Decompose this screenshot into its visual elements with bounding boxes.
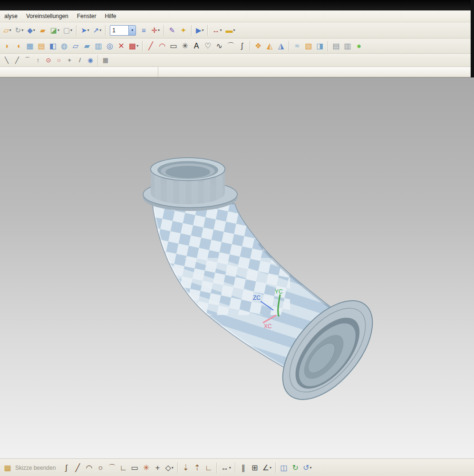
face-analysis-dropdown-icon[interactable]: ▾ [58, 29, 59, 32]
display-style-button[interactable]: ▢▾ [62, 25, 74, 36]
point-plus-button[interactable]: + [65, 55, 74, 66]
render-sheet-button[interactable]: ▥ [342, 40, 353, 52]
show-sheet-button[interactable]: ▤ [331, 40, 341, 52]
quick-trim-button[interactable]: ⇣ [181, 462, 191, 474]
sketch-tool-button[interactable]: ▩ [2, 462, 13, 474]
orbit-view-button[interactable]: ↻▾ [14, 25, 25, 36]
through-curve-mesh-button[interactable]: ▥ [93, 40, 104, 52]
wcs-orient-dropdown-icon[interactable]: ▾ [87, 29, 89, 32]
ruler-button[interactable]: ▬▾ [224, 25, 236, 36]
menu-voreinstellungen[interactable]: Voreinstellungen [22, 11, 73, 21]
four-point-surface-button[interactable]: ▱ [70, 40, 81, 52]
sphere-surface-button[interactable]: ◍ [59, 40, 69, 52]
sketch-arc-button[interactable]: ◠ [84, 462, 94, 474]
menu-fenster[interactable]: Fenster [73, 11, 101, 21]
menu-analyse[interactable]: alyse [0, 11, 22, 21]
sketch-plane-dropdown-icon[interactable]: ▾ [10, 29, 11, 32]
inferred-dimensions-button[interactable]: ↔▾ [220, 462, 232, 474]
x-form-button[interactable]: ✕ [116, 40, 126, 52]
mesh-surface-button[interactable]: ▦ [25, 40, 35, 52]
inferred-dimensions-dropdown-icon[interactable]: ▾ [229, 466, 231, 470]
shaded-cube-dropdown-icon[interactable]: ▾ [33, 29, 35, 32]
pipe-model[interactable]: ZC YC XC [133, 158, 389, 419]
studio-spline-button[interactable]: ∿ [214, 40, 224, 52]
sketch-chamfer-button[interactable]: ∟ [118, 462, 128, 474]
grid-button[interactable]: ▦ [101, 55, 110, 66]
display-style-dropdown-icon[interactable]: ▾ [70, 29, 72, 32]
sketch-point-button[interactable]: + [152, 462, 163, 474]
edit-object-display-button[interactable]: ✎ [167, 25, 177, 36]
selection-filter-button[interactable]: ▶▾ [194, 25, 205, 36]
i-form-button[interactable]: ▩▾ [127, 40, 140, 52]
trimmed-sheet-button[interactable]: ◭ [264, 40, 275, 52]
sketch-offset-button[interactable]: ◇▾ [164, 462, 174, 474]
graphics-viewport[interactable]: ZC YC XC [0, 77, 474, 458]
constraints-dropdown-icon[interactable]: ▾ [270, 466, 271, 470]
measure-distance-button[interactable]: ↔▾ [211, 25, 223, 36]
show-hide-button[interactable]: ✦ [178, 25, 189, 36]
quick-extend-button[interactable]: ⇡ [192, 462, 203, 474]
make-corner-button[interactable]: ∟ [203, 462, 214, 474]
finish-sketch-button[interactable]: Skizze beenden [13, 465, 60, 471]
constraints-button[interactable]: ∠▾ [261, 462, 273, 474]
wcs-dynamics-dropdown-icon[interactable]: ▾ [99, 29, 101, 32]
line-point-button[interactable]: / [75, 55, 85, 66]
update-sketch-dropdown-icon[interactable]: ▾ [310, 466, 312, 470]
sew-button[interactable]: ≈ [292, 40, 302, 52]
sketch-line-button[interactable]: ╱ [72, 462, 83, 474]
arc-segment-button[interactable]: ⌒ [23, 55, 32, 66]
i-form-dropdown-icon[interactable]: ▾ [136, 44, 138, 48]
datum-csys-dropdown-icon[interactable]: ▾ [158, 29, 160, 32]
offset-surface-button[interactable]: ❖ [253, 40, 263, 52]
point-set-button[interactable]: ✳ [180, 40, 190, 52]
layer-combo[interactable]: 1 ▾ [110, 25, 136, 36]
mirror-curve-button[interactable]: ◫ [279, 462, 289, 474]
selection-filter-dropdown-icon[interactable]: ▾ [202, 29, 203, 32]
update-sketch-button[interactable]: ↺▾ [301, 462, 313, 474]
circle-center-button[interactable]: ⊙ [44, 55, 53, 66]
offset-curve-button[interactable]: ʃ [237, 40, 247, 52]
untrim-button[interactable]: ◨ [315, 40, 325, 52]
datum-plane-button[interactable]: ▰ [38, 25, 48, 36]
line-segment-b-button[interactable]: ╱ [12, 55, 22, 66]
shaded-cube-button[interactable]: ◆▾ [26, 25, 37, 36]
patch-button[interactable]: ▧ [303, 40, 314, 52]
face-analysis-button[interactable]: ◪▾ [49, 25, 61, 36]
line-segment-a-button[interactable]: ╲ [2, 55, 11, 66]
pattern-curve-button[interactable]: ✳ [141, 462, 151, 474]
3d-scene[interactable]: ZC YC XC [0, 77, 474, 458]
roles-button[interactable]: ● [354, 40, 364, 52]
sketch-preview-button[interactable]: ◉ [86, 55, 95, 66]
axis-up-button[interactable]: ↑ [33, 55, 43, 66]
measure-distance-dropdown-icon[interactable]: ▾ [220, 29, 222, 32]
arc-curve-button[interactable]: ◠ [157, 40, 167, 52]
orbit-view-dropdown-icon[interactable]: ▾ [21, 29, 23, 32]
studio-surface-button[interactable]: ◎ [105, 40, 115, 52]
thicken-button[interactable]: ◮ [276, 40, 286, 52]
section-surface-button[interactable]: ▤ [36, 40, 47, 52]
text-curve-button[interactable]: A [191, 40, 202, 52]
menu-hilfe[interactable]: Hilfe [100, 11, 120, 21]
styled-sweep-button[interactable]: ◖ [13, 40, 24, 52]
rectangle-curve-button[interactable]: ▭ [168, 40, 179, 52]
datum-csys-button[interactable]: ✛▾ [150, 25, 161, 36]
profile-button[interactable]: ∫ [61, 462, 71, 474]
sketch-plane-button[interactable]: ▱▾ [2, 25, 13, 36]
ruled-surface-button[interactable]: ▰ [82, 40, 92, 52]
sketch-fillet-button[interactable]: ⌒ [106, 462, 117, 474]
wcs-orient-button[interactable]: ➤▾ [79, 25, 91, 36]
circle-button[interactable]: ○ [54, 55, 64, 66]
sketch-offset-dropdown-icon[interactable]: ▾ [172, 466, 174, 470]
fit-curve-button[interactable]: ♡ [203, 40, 213, 52]
layer-settings-button[interactable]: ≡ [138, 25, 149, 36]
bridge-curve-button[interactable]: ⌒ [225, 40, 236, 52]
line-curve-button[interactable]: ╱ [145, 40, 156, 52]
extrude-sheet-button[interactable]: ◧ [48, 40, 58, 52]
layer-combo-dropdown-icon[interactable]: ▾ [128, 26, 135, 35]
reorient-sketch-button[interactable]: ↻ [290, 462, 300, 474]
sketch-rectangle-button[interactable]: ▭ [129, 462, 140, 474]
swept-surface-button[interactable]: ◗ [2, 40, 12, 52]
parallel-constraint-button[interactable]: ∥ [238, 462, 249, 474]
convert-reference-button[interactable]: ⊞ [250, 462, 260, 474]
pipe-top-flange[interactable] [143, 158, 237, 211]
